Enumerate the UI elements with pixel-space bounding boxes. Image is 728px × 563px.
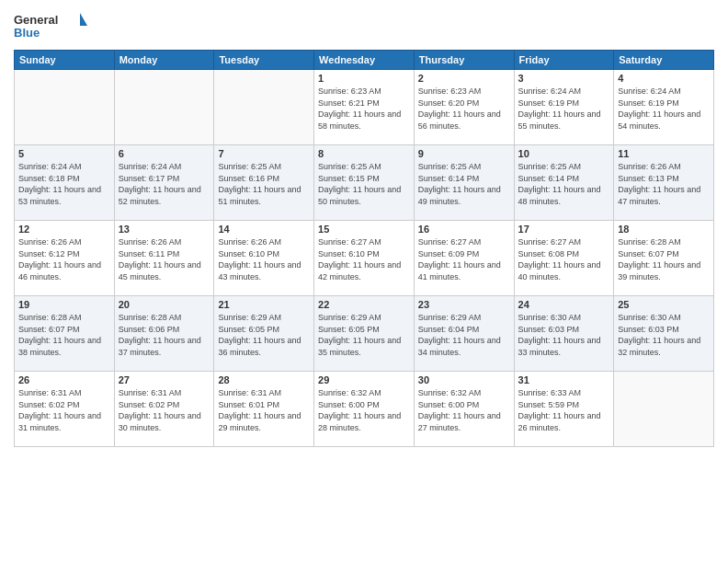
calendar-week-row: 19Sunrise: 6:28 AM Sunset: 6:07 PM Dayli…: [15, 296, 714, 372]
calendar-table: SundayMondayTuesdayWednesdayThursdayFrid…: [14, 50, 714, 447]
calendar-cell: 14Sunrise: 6:26 AM Sunset: 6:10 PM Dayli…: [214, 221, 314, 296]
svg-marker-2: [80, 13, 87, 26]
day-number: 31: [518, 374, 610, 385]
day-info: Sunrise: 6:28 AM Sunset: 6:07 PM Dayligh…: [618, 236, 710, 282]
weekday-header-wednesday: Wednesday: [314, 51, 415, 70]
calendar-cell: [214, 70, 314, 145]
day-info: Sunrise: 6:26 AM Sunset: 6:12 PM Dayligh…: [18, 236, 110, 282]
calendar-cell: 15Sunrise: 6:27 AM Sunset: 6:10 PM Dayli…: [314, 221, 415, 296]
day-info: Sunrise: 6:26 AM Sunset: 6:11 PM Dayligh…: [119, 236, 210, 282]
day-number: 24: [518, 299, 610, 310]
day-info: Sunrise: 6:30 AM Sunset: 6:03 PM Dayligh…: [618, 312, 710, 358]
day-info: Sunrise: 6:23 AM Sunset: 6:20 PM Dayligh…: [418, 86, 510, 132]
weekday-header-row: SundayMondayTuesdayWednesdayThursdayFrid…: [15, 51, 714, 70]
day-info: Sunrise: 6:30 AM Sunset: 6:03 PM Dayligh…: [518, 312, 610, 358]
day-info: Sunrise: 6:32 AM Sunset: 6:00 PM Dayligh…: [418, 387, 510, 433]
calendar-cell: 24Sunrise: 6:30 AM Sunset: 6:03 PM Dayli…: [514, 296, 614, 372]
calendar-cell: 8Sunrise: 6:25 AM Sunset: 6:15 PM Daylig…: [314, 145, 415, 221]
day-info: Sunrise: 6:31 AM Sunset: 6:02 PM Dayligh…: [119, 387, 210, 433]
calendar-cell: 11Sunrise: 6:26 AM Sunset: 6:13 PM Dayli…: [614, 145, 714, 221]
day-number: 6: [119, 148, 210, 159]
day-number: 9: [418, 148, 510, 159]
calendar-week-row: 26Sunrise: 6:31 AM Sunset: 6:02 PM Dayli…: [15, 372, 714, 447]
calendar-cell: 28Sunrise: 6:31 AM Sunset: 6:01 PM Dayli…: [214, 372, 314, 447]
day-info: Sunrise: 6:27 AM Sunset: 6:10 PM Dayligh…: [318, 236, 410, 282]
weekday-header-saturday: Saturday: [614, 51, 714, 70]
day-number: 27: [119, 374, 210, 385]
calendar-cell: 1Sunrise: 6:23 AM Sunset: 6:21 PM Daylig…: [314, 70, 415, 145]
day-number: 17: [518, 224, 610, 235]
calendar-cell: 18Sunrise: 6:28 AM Sunset: 6:07 PM Dayli…: [614, 221, 714, 296]
day-number: 13: [119, 224, 210, 235]
calendar-cell: [114, 70, 214, 145]
day-info: Sunrise: 6:27 AM Sunset: 6:08 PM Dayligh…: [518, 236, 610, 282]
day-number: 30: [418, 374, 510, 385]
day-number: 5: [18, 148, 110, 159]
calendar-cell: 22Sunrise: 6:29 AM Sunset: 6:05 PM Dayli…: [314, 296, 415, 372]
day-number: 22: [318, 299, 410, 310]
day-info: Sunrise: 6:29 AM Sunset: 6:04 PM Dayligh…: [418, 312, 510, 358]
day-number: 15: [318, 224, 410, 235]
day-info: Sunrise: 6:24 AM Sunset: 6:17 PM Dayligh…: [119, 161, 210, 207]
day-info: Sunrise: 6:25 AM Sunset: 6:14 PM Dayligh…: [418, 161, 510, 207]
day-info: Sunrise: 6:29 AM Sunset: 6:05 PM Dayligh…: [318, 312, 410, 358]
calendar-cell: 23Sunrise: 6:29 AM Sunset: 6:04 PM Dayli…: [414, 296, 514, 372]
calendar-cell: 17Sunrise: 6:27 AM Sunset: 6:08 PM Dayli…: [514, 221, 614, 296]
weekday-header-tuesday: Tuesday: [214, 51, 314, 70]
svg-text:General: General: [14, 13, 58, 27]
day-info: Sunrise: 6:32 AM Sunset: 6:00 PM Dayligh…: [318, 387, 410, 433]
day-info: Sunrise: 6:28 AM Sunset: 6:06 PM Dayligh…: [119, 312, 210, 358]
day-info: Sunrise: 6:31 AM Sunset: 6:02 PM Dayligh…: [18, 387, 110, 433]
calendar-cell: 26Sunrise: 6:31 AM Sunset: 6:02 PM Dayli…: [15, 372, 115, 447]
calendar-cell: 12Sunrise: 6:26 AM Sunset: 6:12 PM Dayli…: [15, 221, 115, 296]
day-number: 14: [218, 224, 310, 235]
calendar-cell: 7Sunrise: 6:25 AM Sunset: 6:16 PM Daylig…: [214, 145, 314, 221]
day-info: Sunrise: 6:27 AM Sunset: 6:09 PM Dayligh…: [418, 236, 510, 282]
day-info: Sunrise: 6:31 AM Sunset: 6:01 PM Dayligh…: [218, 387, 310, 433]
calendar-cell: 19Sunrise: 6:28 AM Sunset: 6:07 PM Dayli…: [15, 296, 115, 372]
calendar-week-row: 5Sunrise: 6:24 AM Sunset: 6:18 PM Daylig…: [15, 145, 714, 221]
day-info: Sunrise: 6:23 AM Sunset: 6:21 PM Dayligh…: [318, 86, 410, 132]
day-info: Sunrise: 6:25 AM Sunset: 6:16 PM Dayligh…: [218, 161, 310, 207]
day-number: 16: [418, 224, 510, 235]
calendar-cell: 25Sunrise: 6:30 AM Sunset: 6:03 PM Dayli…: [614, 296, 714, 372]
weekday-header-sunday: Sunday: [15, 51, 115, 70]
day-number: 18: [618, 224, 710, 235]
calendar-cell: [614, 372, 714, 447]
calendar-cell: 2Sunrise: 6:23 AM Sunset: 6:20 PM Daylig…: [414, 70, 514, 145]
day-number: 2: [418, 73, 510, 84]
weekday-header-friday: Friday: [514, 51, 614, 70]
day-number: 12: [18, 224, 110, 235]
day-info: Sunrise: 6:25 AM Sunset: 6:14 PM Dayligh…: [518, 161, 610, 207]
day-info: Sunrise: 6:24 AM Sunset: 6:19 PM Dayligh…: [518, 86, 610, 132]
day-info: Sunrise: 6:26 AM Sunset: 6:13 PM Dayligh…: [618, 161, 710, 207]
day-number: 4: [618, 73, 710, 84]
logo: General Blue: [14, 9, 87, 42]
calendar-week-row: 12Sunrise: 6:26 AM Sunset: 6:12 PM Dayli…: [15, 221, 714, 296]
calendar-cell: 9Sunrise: 6:25 AM Sunset: 6:14 PM Daylig…: [414, 145, 514, 221]
day-number: 29: [318, 374, 410, 385]
svg-text:Blue: Blue: [14, 26, 40, 40]
calendar-cell: 31Sunrise: 6:33 AM Sunset: 5:59 PM Dayli…: [514, 372, 614, 447]
day-info: Sunrise: 6:33 AM Sunset: 5:59 PM Dayligh…: [518, 387, 610, 433]
day-number: 3: [518, 73, 610, 84]
day-info: Sunrise: 6:26 AM Sunset: 6:10 PM Dayligh…: [218, 236, 310, 282]
day-number: 20: [119, 299, 210, 310]
day-number: 25: [618, 299, 710, 310]
weekday-header-thursday: Thursday: [414, 51, 514, 70]
day-info: Sunrise: 6:25 AM Sunset: 6:15 PM Dayligh…: [318, 161, 410, 207]
day-number: 23: [418, 299, 510, 310]
day-info: Sunrise: 6:24 AM Sunset: 6:19 PM Dayligh…: [618, 86, 710, 132]
day-info: Sunrise: 6:29 AM Sunset: 6:05 PM Dayligh…: [218, 312, 310, 358]
calendar-cell: [15, 70, 115, 145]
calendar-cell: 4Sunrise: 6:24 AM Sunset: 6:19 PM Daylig…: [614, 70, 714, 145]
day-number: 10: [518, 148, 610, 159]
calendar-cell: 16Sunrise: 6:27 AM Sunset: 6:09 PM Dayli…: [414, 221, 514, 296]
calendar-cell: 6Sunrise: 6:24 AM Sunset: 6:17 PM Daylig…: [114, 145, 214, 221]
day-number: 21: [218, 299, 310, 310]
calendar-cell: 3Sunrise: 6:24 AM Sunset: 6:19 PM Daylig…: [514, 70, 614, 145]
page-header: General Blue: [14, 9, 714, 42]
calendar-week-row: 1Sunrise: 6:23 AM Sunset: 6:21 PM Daylig…: [15, 70, 714, 145]
calendar-cell: 27Sunrise: 6:31 AM Sunset: 6:02 PM Dayli…: [114, 372, 214, 447]
day-number: 19: [18, 299, 110, 310]
